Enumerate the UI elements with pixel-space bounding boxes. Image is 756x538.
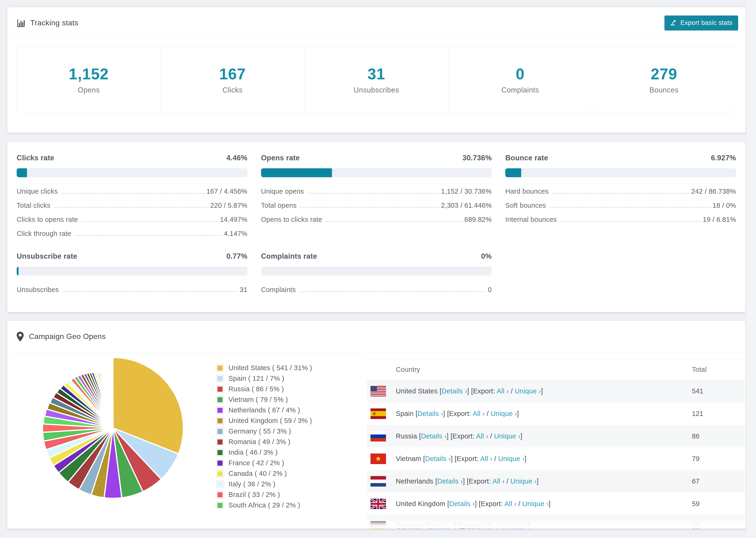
legend-item[interactable]: Canada ( 40 / 2% ) bbox=[216, 470, 367, 477]
export-prefix: Export: bbox=[473, 387, 497, 395]
geo-pie-chart bbox=[38, 353, 188, 503]
legend-item[interactable]: Germany ( 55 / 3% ) bbox=[216, 427, 367, 435]
legend-swatch bbox=[216, 502, 224, 509]
dashboard-page: Tracking stats Export basic stats 1,152 … bbox=[0, 0, 746, 529]
country-name: Netherlands bbox=[396, 477, 433, 485]
country-flag-icon bbox=[370, 521, 386, 529]
country-name: Russia bbox=[396, 432, 417, 440]
stat-row-label: Unsubscribes bbox=[17, 286, 59, 294]
export-all-link[interactable]: All › bbox=[497, 387, 509, 395]
legend-swatch bbox=[216, 406, 224, 414]
rate-value: 0.77% bbox=[226, 252, 247, 260]
stat-row-label: Opens to clicks rate bbox=[261, 216, 322, 224]
export-all-link[interactable]: All › bbox=[483, 522, 495, 529]
table-row: Germany [Details ›] [Export: All › / Uni… bbox=[367, 515, 744, 529]
legend-swatch bbox=[216, 375, 224, 382]
stat-row-value: 18 / 0% bbox=[713, 202, 736, 209]
legend-item[interactable]: India ( 46 / 3% ) bbox=[216, 449, 367, 456]
legend-item[interactable]: South Africa ( 29 / 2% ) bbox=[216, 501, 367, 509]
details-link[interactable]: Details › bbox=[428, 522, 454, 529]
legend-swatch bbox=[216, 417, 224, 425]
legend-item[interactable]: Russia ( 86 / 5% ) bbox=[216, 385, 367, 393]
country-total: 55 bbox=[692, 522, 744, 529]
export-unique-link[interactable]: Unique › bbox=[498, 455, 524, 462]
legend-item[interactable]: Brazil ( 33 / 2% ) bbox=[216, 491, 367, 499]
export-unique-link[interactable]: Unique › bbox=[522, 500, 549, 508]
rate-title: Unsubscribe rate bbox=[17, 252, 77, 260]
legend-label: Germany ( 55 / 3% ) bbox=[229, 427, 291, 435]
legend-item[interactable]: Spain ( 121 / 7% ) bbox=[216, 375, 367, 382]
map-pin-icon bbox=[17, 332, 24, 342]
dotted-leader bbox=[299, 291, 486, 292]
dotted-leader bbox=[307, 193, 439, 194]
details-link[interactable]: Details › bbox=[449, 500, 475, 508]
export-all-link[interactable]: All › bbox=[480, 455, 492, 462]
legend-label: Romania ( 49 / 3% ) bbox=[229, 438, 291, 446]
country-name: United States bbox=[396, 387, 438, 395]
table-row: United Kingdom [Details ›] [Export: All … bbox=[367, 493, 744, 515]
details-link[interactable]: Details › bbox=[417, 410, 443, 417]
stat-row-label: Click through rate bbox=[17, 230, 71, 238]
details-link[interactable]: Details › bbox=[425, 455, 451, 462]
export-unique-link[interactable]: Unique › bbox=[491, 410, 517, 417]
legend-item[interactable]: United States ( 541 / 31% ) bbox=[216, 364, 367, 372]
stat-label: Unsubscribes bbox=[304, 86, 448, 94]
stat-row-label: Clicks to opens rate bbox=[17, 216, 78, 224]
details-link[interactable]: Details › bbox=[437, 477, 463, 485]
stats-row: 1,152 Opens 167 Clicks 31 Unsubscribes 0… bbox=[17, 47, 736, 112]
legend-item[interactable]: United Kingdom ( 59 / 3% ) bbox=[216, 417, 367, 425]
legend-item[interactable]: Vietnam ( 79 / 5% ) bbox=[216, 396, 367, 404]
export-unique-link[interactable]: Unique › bbox=[514, 387, 541, 395]
details-link[interactable]: Details › bbox=[442, 387, 467, 395]
stat-row-label: Soft bounces bbox=[505, 202, 546, 209]
rate-section: Bounce rate 6.927% Hard bounces 242 / 86… bbox=[505, 154, 736, 238]
geo-table-header: Country Total bbox=[367, 359, 744, 380]
legend-item[interactable]: Italy ( 36 / 2% ) bbox=[216, 480, 367, 488]
stat-box: 1,152 Opens bbox=[17, 47, 161, 112]
rate-section: Complaints rate 0% Complaints 0 bbox=[261, 252, 492, 294]
total-column-header: Total bbox=[692, 366, 744, 373]
legend-label: Italy ( 36 / 2% ) bbox=[229, 480, 275, 488]
legend-item[interactable]: France ( 42 / 2% ) bbox=[216, 459, 367, 467]
export-unique-link[interactable]: Unique › bbox=[494, 432, 520, 440]
stat-value: 279 bbox=[592, 66, 736, 82]
legend-swatch bbox=[216, 438, 224, 446]
bar-chart-icon bbox=[17, 19, 25, 27]
stat-value: 1,152 bbox=[17, 66, 161, 82]
country-flag-icon bbox=[370, 499, 386, 509]
export-all-link[interactable]: All › bbox=[504, 500, 516, 508]
legend-swatch bbox=[216, 385, 224, 393]
export-all-link[interactable]: All › bbox=[476, 432, 488, 440]
country-total: 79 bbox=[692, 455, 744, 463]
pie-slice bbox=[113, 385, 113, 428]
stat-row-label: Internal bounces bbox=[505, 216, 557, 224]
geo-legend: United States ( 541 / 31% ) Spain ( 121 … bbox=[209, 352, 367, 512]
legend-label: Spain ( 121 / 7% ) bbox=[229, 375, 284, 382]
export-unique-link[interactable]: Unique › bbox=[511, 477, 537, 485]
dotted-leader bbox=[75, 235, 222, 236]
export-basic-stats-button[interactable]: Export basic stats bbox=[665, 16, 738, 30]
legend-label: Brazil ( 33 / 2% ) bbox=[229, 491, 280, 499]
rate-section: Opens rate 30.736% Unique opens 1,152 / … bbox=[261, 154, 492, 238]
page-title: Tracking stats bbox=[30, 19, 79, 27]
stat-row: Total opens 2,303 / 61.446% bbox=[261, 202, 492, 209]
export-unique-link[interactable]: Unique › bbox=[501, 522, 527, 529]
export-all-link[interactable]: All › bbox=[473, 410, 485, 417]
export-all-link[interactable]: All › bbox=[492, 477, 504, 485]
export-prefix: Export: bbox=[481, 500, 504, 508]
progress-bar bbox=[17, 267, 247, 276]
stat-row: Clicks to opens rate 14.497% bbox=[17, 216, 247, 224]
vertical-scrollbar-track[interactable] bbox=[746, 0, 756, 538]
country-total: 59 bbox=[692, 500, 744, 508]
legend-item[interactable]: Romania ( 49 / 3% ) bbox=[216, 438, 367, 446]
legend-item[interactable]: Netherlands ( 67 / 4% ) bbox=[216, 406, 367, 414]
legend-label: United Kingdom ( 59 / 3% ) bbox=[229, 417, 312, 425]
dotted-leader bbox=[82, 221, 218, 222]
rate-section: Clicks rate 4.46% Unique clicks 167 / 4.… bbox=[17, 154, 247, 238]
stat-box: 0 Complaints bbox=[449, 47, 592, 112]
export-prefix: Export: bbox=[457, 455, 480, 462]
stat-box: 31 Unsubscribes bbox=[304, 47, 449, 112]
stat-row-value: 14.497% bbox=[220, 216, 247, 224]
stat-label: Opens bbox=[17, 86, 161, 94]
details-link[interactable]: Details › bbox=[421, 432, 447, 440]
